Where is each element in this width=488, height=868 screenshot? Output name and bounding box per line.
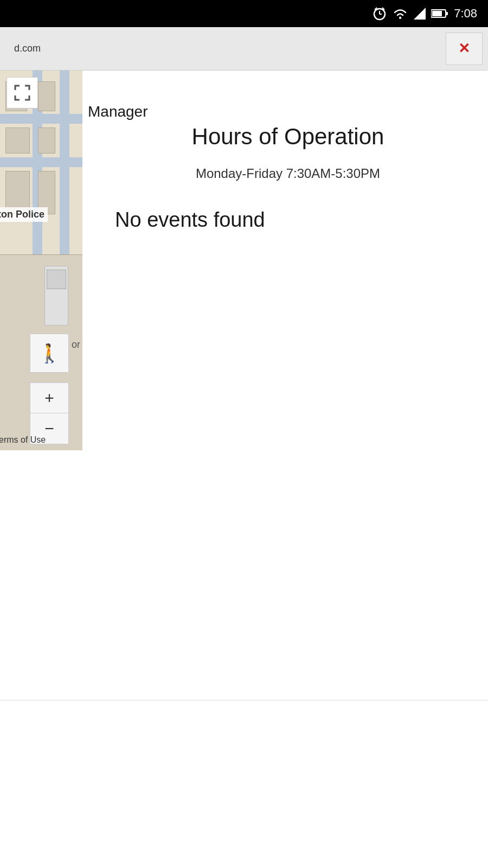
fullscreen-icon	[14, 85, 30, 101]
zoom-in-button[interactable]: +	[30, 383, 68, 413]
svg-point-5	[399, 17, 401, 19]
time-display: 7:08	[454, 7, 477, 21]
map-building-2	[38, 81, 55, 111]
address-bar: d.com ✕	[0, 27, 488, 71]
map-building-3	[5, 127, 30, 154]
person-button[interactable]: 🚶	[30, 334, 69, 373]
fullscreen-button[interactable]	[7, 77, 38, 108]
battery-icon	[431, 9, 448, 18]
alarm-icon	[373, 7, 387, 21]
right-panel: Manager Hours of Operation Monday-Friday…	[82, 71, 488, 450]
svg-rect-8	[432, 11, 442, 16]
hours-schedule: Monday-Friday 7:30AM-5:30PM	[115, 166, 461, 181]
wifi-icon	[392, 8, 408, 20]
close-icon: ✕	[458, 40, 470, 57]
signal-icon	[414, 8, 426, 20]
manager-label: Manager	[88, 103, 461, 120]
bottom-area	[0, 700, 488, 868]
police-label: ton Police	[0, 207, 48, 222]
slider-thumb	[47, 270, 66, 289]
svg-rect-9	[446, 12, 448, 15]
map-building-4	[38, 127, 55, 154]
map-slider[interactable]	[44, 266, 68, 326]
status-bar: 7:08	[0, 0, 488, 27]
terms-label[interactable]: Terms of Use	[0, 435, 46, 445]
main-content: ton Police 🚶 or + − Terms of Use Manager	[0, 71, 488, 450]
status-icons: 7:08	[373, 7, 477, 21]
hours-title: Hours of Operation	[115, 124, 461, 150]
map-background: ton Police	[0, 71, 82, 255]
no-events-message: No events found	[115, 208, 461, 232]
map-panel: ton Police 🚶 or + − Terms of Use	[0, 71, 82, 450]
close-button[interactable]: ✕	[446, 33, 483, 65]
or-text: or	[72, 339, 80, 350]
svg-marker-6	[414, 8, 426, 20]
map-road-v2	[60, 71, 69, 255]
person-icon: 🚶	[38, 342, 61, 364]
map-lower: 🚶 or + − Terms of Use	[0, 255, 82, 450]
address-text: d.com	[5, 43, 446, 54]
